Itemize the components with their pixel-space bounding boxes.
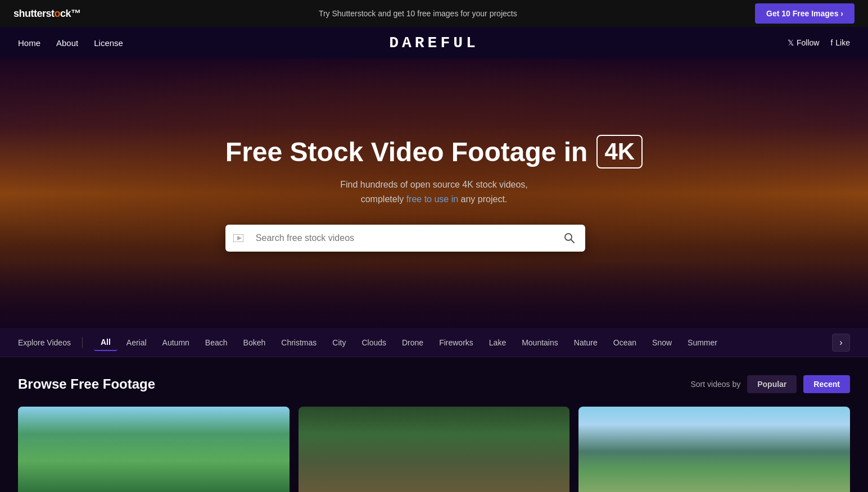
browse-title: Browse Free Footage xyxy=(18,376,155,392)
category-item-beach[interactable]: Beach xyxy=(198,335,234,350)
site-logo: DAREFUL xyxy=(389,34,479,52)
top-banner: shutterstock™ Try Shutterstock and get 1… xyxy=(0,0,868,27)
browse-header: Browse Free Footage Sort videos by Popul… xyxy=(18,375,850,393)
explore-label: Explore Videos xyxy=(18,338,71,347)
svg-line-3 xyxy=(571,240,574,243)
nav-right: 𝕏 Follow f Like xyxy=(788,38,850,47)
video-thumbnail-3 xyxy=(578,407,850,492)
promo-text: Try Shutterstock and get 10 free images … xyxy=(319,9,517,18)
category-bar: Explore Videos AllAerialAutumnBeachBokeh… xyxy=(0,328,868,357)
category-item-nature[interactable]: Nature xyxy=(567,335,604,350)
video-card[interactable] xyxy=(18,407,290,492)
video-grid xyxy=(18,407,850,492)
video-card[interactable] xyxy=(299,407,570,492)
category-item-aerial[interactable]: Aerial xyxy=(120,335,153,350)
browse-section: Browse Free Footage Sort videos by Popul… xyxy=(0,357,868,492)
search-input[interactable] xyxy=(251,225,554,251)
category-item-fireworks[interactable]: Fireworks xyxy=(432,335,480,350)
twitter-follow-link[interactable]: 𝕏 Follow xyxy=(788,38,819,47)
twitter-icon: 𝕏 xyxy=(788,38,794,47)
svg-marker-1 xyxy=(237,236,242,240)
main-nav: Home About License DAREFUL 𝕏 Follow f Li… xyxy=(0,27,868,58)
sort-label: Sort videos by xyxy=(690,380,740,389)
nav-home[interactable]: Home xyxy=(18,38,40,48)
video-thumbnail-2 xyxy=(299,407,570,492)
nav-left: Home About License xyxy=(18,38,123,48)
sort-popular-button[interactable]: Popular xyxy=(747,375,797,393)
nav-license[interactable]: License xyxy=(94,38,123,48)
category-divider xyxy=(82,337,83,348)
scroll-right-button[interactable]: › xyxy=(832,334,850,352)
nav-about[interactable]: About xyxy=(56,38,78,48)
subtitle-highlight: free to use in xyxy=(406,194,459,204)
category-item-city[interactable]: City xyxy=(326,335,352,350)
sort-controls: Sort videos by Popular Recent xyxy=(690,375,850,393)
facebook-icon: f xyxy=(830,38,833,47)
facebook-like-link[interactable]: f Like xyxy=(830,38,850,47)
hero-title: Free Stock Video Footage in 4K xyxy=(225,135,643,168)
search-button[interactable] xyxy=(554,225,585,252)
get-images-button[interactable]: Get 10 Free Images › xyxy=(755,3,855,24)
svg-point-2 xyxy=(565,234,572,240)
hero-title-prefix: Free Stock Video Footage in xyxy=(225,136,588,167)
video-card[interactable] xyxy=(578,407,850,492)
like-label: Like xyxy=(835,38,850,47)
hero-section: Free Stock Video Footage in 4K Find hund… xyxy=(0,58,868,328)
sort-recent-button[interactable]: Recent xyxy=(803,375,850,393)
logo-accent: o xyxy=(55,8,61,19)
search-icon-left xyxy=(225,227,251,249)
category-list: AllAerialAutumnBeachBokehChristmasCityCl… xyxy=(94,334,828,351)
category-item-drone[interactable]: Drone xyxy=(395,335,430,350)
subtitle-line1: Find hundreds of open source 4K stock vi… xyxy=(340,180,528,189)
category-item-autumn[interactable]: Autumn xyxy=(156,335,196,350)
video-thumbnail-1 xyxy=(18,407,290,492)
category-item-mountains[interactable]: Mountains xyxy=(515,335,565,350)
badge-4k: 4K xyxy=(596,135,643,168)
category-item-clouds[interactable]: Clouds xyxy=(355,335,393,350)
subtitle-suffix: any project. xyxy=(458,194,507,204)
hero-subtitle: Find hundreds of open source 4K stock vi… xyxy=(225,177,643,206)
category-item-all[interactable]: All xyxy=(94,334,117,351)
search-bar xyxy=(225,225,585,252)
category-item-christmas[interactable]: Christmas xyxy=(274,335,323,350)
category-item-summer[interactable]: Summer xyxy=(681,335,724,350)
category-item-lake[interactable]: Lake xyxy=(482,335,513,350)
category-item-ocean[interactable]: Ocean xyxy=(607,335,643,350)
hero-landscape xyxy=(0,261,868,328)
follow-label: Follow xyxy=(797,38,819,47)
category-item-bokeh[interactable]: Bokeh xyxy=(237,335,273,350)
subtitle-prefix: completely xyxy=(361,194,406,204)
category-item-snow[interactable]: Snow xyxy=(645,335,679,350)
hero-content: Free Stock Video Footage in 4K Find hund… xyxy=(214,135,654,251)
shutterstock-logo: shutterstock™ xyxy=(13,8,81,20)
